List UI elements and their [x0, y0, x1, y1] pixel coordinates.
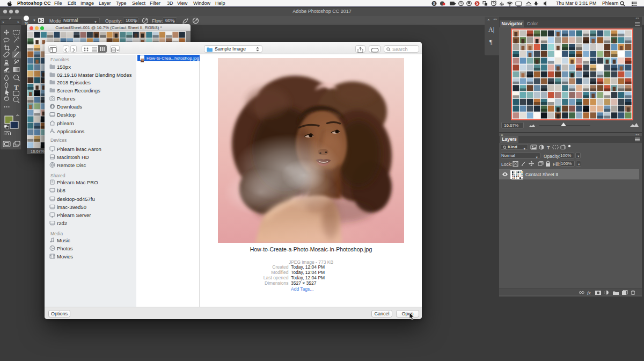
- svg-text:T: T: [14, 83, 19, 91]
- svg-text:S: S: [433, 2, 436, 5]
- svg-text:fx: fx: [587, 290, 591, 295]
- svg-text:S: S: [476, 1, 478, 6]
- svg-text:T: T: [547, 145, 550, 150]
